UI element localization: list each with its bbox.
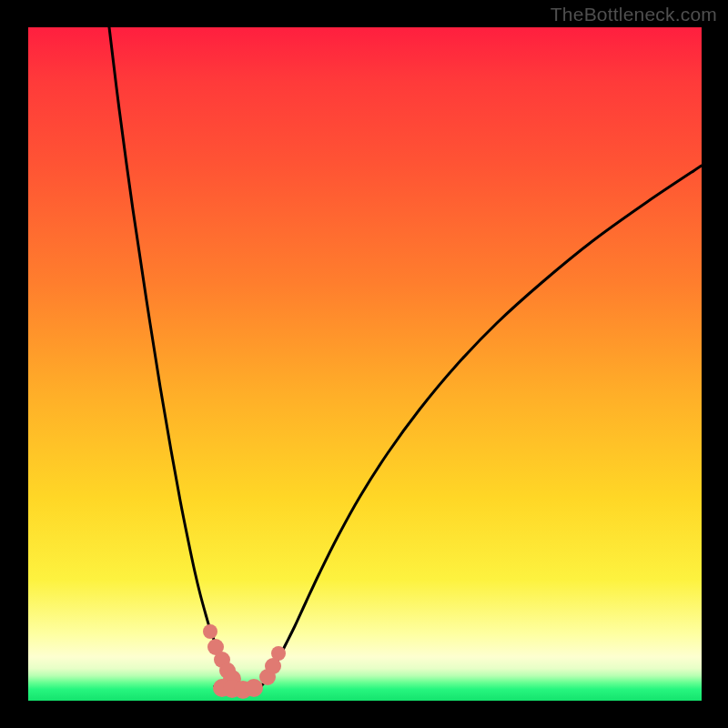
data-marker bbox=[271, 646, 286, 661]
data-marker bbox=[203, 624, 217, 639]
data-marker bbox=[245, 679, 263, 697]
chart-curve-svg bbox=[28, 27, 702, 701]
left-curve-path bbox=[109, 27, 241, 687]
right-curve-path bbox=[260, 166, 702, 687]
marker-group bbox=[203, 624, 286, 699]
chart-plot-area bbox=[28, 27, 702, 701]
chart-frame: TheBottleneck.com bbox=[0, 0, 728, 728]
watermark-label: TheBottleneck.com bbox=[551, 4, 717, 25]
